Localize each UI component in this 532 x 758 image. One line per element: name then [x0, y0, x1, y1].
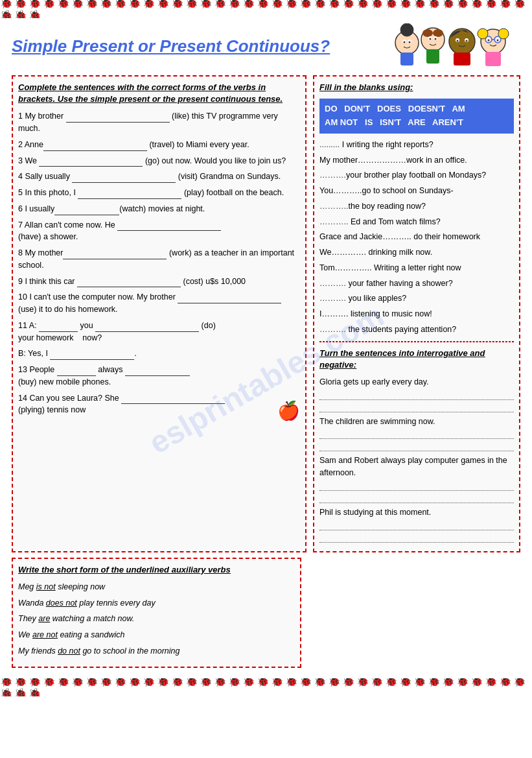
exercise-10: 10 I can't use the computer now. My brot…: [18, 291, 300, 316]
fill-item-4: You………..go to school on Sundays-: [319, 185, 514, 197]
ex2-verb: (travel) to Miami every year.: [147, 140, 249, 149]
blank-13b[interactable]: [125, 367, 190, 376]
border-icons-bottom: 🐞🐞🐞🐞🐞🐞🐞🐞🐞🐞🐞🐞🐞🐞🐞🐞🐞🐞🐞🐞🐞🐞🐞🐞🐞🐞🐞🐞🐞🐞🐞🐞🐞🐞🐞🐞🐞🐞🐞🐞: [0, 678, 532, 696]
short-sentence-4: We are not eating a sandwich: [18, 629, 295, 641]
turn-item-4: Phil is studying at this moment.: [319, 506, 514, 519]
ex9-verb: (cost) u$s 10,000: [181, 277, 246, 286]
blank-2[interactable]: [43, 142, 147, 151]
short-sentence-1: Meg is not sleeping now: [18, 581, 295, 593]
ex6-num: 6 I usually: [18, 204, 54, 213]
fill-item-8: We…………. drinking milk now.: [319, 246, 514, 259]
blank-6[interactable]: [54, 206, 119, 215]
svg-rect-20: [454, 53, 470, 65]
ex6-verb: (watch) movies at night.: [119, 204, 205, 213]
svg-point-13: [435, 38, 437, 40]
left-instruction: Complete the sentences with the correct …: [18, 82, 300, 105]
answer-line-1b[interactable]: [319, 403, 514, 412]
blank-1[interactable]: [66, 113, 170, 123]
ex7-verb: (have) a shower.: [18, 232, 78, 241]
two-columns: Complete the sentences with the correct …: [12, 75, 520, 552]
blank-8[interactable]: [63, 250, 167, 259]
svg-point-1: [400, 23, 413, 36]
blank-5[interactable]: [78, 190, 181, 199]
ex5-num: 5 In this photo, I: [18, 188, 78, 197]
blank-10[interactable]: [178, 294, 281, 303]
fill-item-1: ......... I writing the right reports?: [319, 139, 514, 151]
blank-3[interactable]: [39, 158, 143, 167]
turn-item-2: The children are swimming now.: [319, 416, 514, 428]
answer-line-2b[interactable]: [319, 442, 514, 451]
svg-point-12: [430, 38, 432, 40]
word-bank: DO DON'T DOES DOESN'T AM AM NOT IS ISN'T…: [319, 99, 514, 134]
exercise-4: 4 Sally usually (visit) Grandma on Sunda…: [18, 171, 300, 183]
left-column: Complete the sentences with the correct …: [12, 75, 306, 552]
svg-point-4: [404, 41, 406, 43]
turn-item-3: Sam and Robert always play computer game…: [319, 455, 514, 479]
blank-14[interactable]: [121, 395, 225, 404]
answer-line-2a[interactable]: [319, 430, 514, 439]
fill-item-12: I………. listening to music now!: [319, 308, 514, 320]
fill-item-7: Grace and Jackie……….. do their homework: [319, 231, 514, 243]
blank-11c[interactable]: [50, 351, 134, 360]
ex11b-period: .: [134, 349, 136, 358]
answer-line-4b[interactable]: [319, 534, 514, 543]
fill-item-2: My mother………………work in an office.: [319, 154, 514, 167]
ex3-verb: (go) out now. Would you like to join us?: [143, 156, 286, 165]
svg-point-8: [422, 29, 433, 37]
top-border: 🐞🐞🐞🐞🐞🐞🐞🐞🐞🐞🐞🐞🐞🐞🐞🐞🐞🐞🐞🐞🐞🐞🐞🐞🐞🐞🐞🐞🐞🐞🐞🐞🐞🐞🐞🐞🐞🐞🐞🐞: [0, 0, 532, 18]
blank-9[interactable]: [77, 278, 181, 287]
ex1-num: 1 My brother: [18, 112, 66, 121]
fill-item-10: ………. your father having a shower?: [319, 278, 514, 290]
ex11-rest: your homework now?: [18, 333, 102, 342]
blank-11b[interactable]: [95, 323, 199, 332]
page-title: Simple Present or Present Continuous?: [12, 36, 330, 56]
exercise-5: 5 In this photo, I (play) football on th…: [18, 187, 300, 199]
blank-4[interactable]: [72, 174, 176, 183]
svg-point-27: [497, 40, 499, 41]
ex11-verb: (do): [199, 321, 216, 330]
ex11-you: you: [78, 321, 95, 330]
ex13-always: always: [96, 365, 125, 374]
ex11b-text: B: Yes, I: [18, 349, 50, 358]
short-form-section: Write the short form of the underlined a…: [12, 558, 301, 668]
ex14-verb: (plying) tennis now: [18, 405, 86, 414]
fill-item-9: Tom………….. Writing a letter right now: [319, 262, 514, 274]
svg-point-18: [457, 40, 459, 42]
ex5-verb: (play) football on the beach.: [181, 188, 284, 197]
ex13-num: 13 People: [18, 365, 57, 374]
exercise-1: 1 My brother (like) this TV programme ve…: [18, 110, 300, 135]
exercise-7: 7 Allan can't come now. He (have) a show…: [18, 219, 300, 244]
ex7-num: 7 Allan can't come now. He: [18, 220, 117, 230]
main-content: Simple Present or Present Continuous?: [0, 18, 532, 673]
ex2-num: 2 Anne: [18, 140, 43, 149]
fill-instruction: Fill in the blanks using:: [319, 82, 514, 93]
short-sentence-5: My friends do not go to school in the mo…: [18, 645, 295, 657]
answer-line-1a[interactable]: [319, 391, 514, 400]
ex13-verb: (buy) new mobile phones.: [18, 377, 111, 386]
exercise-2: 2 Anne (travel) to Miami every year.: [18, 139, 300, 151]
exercise-8: 8 My mother (work) as a teacher in an im…: [18, 247, 300, 272]
exercise-13: 13 People always (buy) new mobile phones…: [18, 364, 300, 388]
exercise-11: 11 A: you (do) your homework now?: [18, 320, 300, 344]
turn-instruction: Turn the sentences into interrogative an…: [319, 348, 514, 371]
fill-item-6: ……….. Ed and Tom watch films?: [319, 216, 514, 228]
short-sentence-2: Wanda does not play tennis every day: [18, 597, 295, 610]
svg-point-9: [433, 29, 443, 37]
ex4-num: 4 Sally usually: [18, 172, 72, 181]
fill-item-5: ………..the boy reading now?: [319, 200, 514, 213]
ex3-num: 3 We: [18, 156, 39, 165]
blank-11a[interactable]: [39, 323, 78, 332]
blank-13a[interactable]: [57, 367, 96, 376]
short-sentence-3: They are watching a match now.: [18, 613, 295, 625]
answer-line-3b[interactable]: [319, 494, 514, 503]
bottom-border: 🐞🐞🐞🐞🐞🐞🐞🐞🐞🐞🐞🐞🐞🐞🐞🐞🐞🐞🐞🐞🐞🐞🐞🐞🐞🐞🐞🐞🐞🐞🐞🐞🐞🐞🐞🐞🐞🐞🐞🐞: [0, 678, 532, 696]
ex4-verb: (visit) Grandma on Sundays.: [176, 172, 281, 181]
exercise-11b: B: Yes, I .: [18, 348, 300, 360]
blank-7[interactable]: [117, 222, 221, 231]
answer-line-4a[interactable]: [319, 521, 514, 530]
answer-line-3a[interactable]: [319, 482, 514, 491]
svg-point-5: [409, 41, 411, 43]
ex14-num: 14 Can you see Laura? She: [18, 394, 121, 403]
ex10-num: 10 I can't use the computer now. My brot…: [18, 292, 178, 302]
short-form-instruction: Write the short form of the underlined a…: [18, 564, 295, 576]
